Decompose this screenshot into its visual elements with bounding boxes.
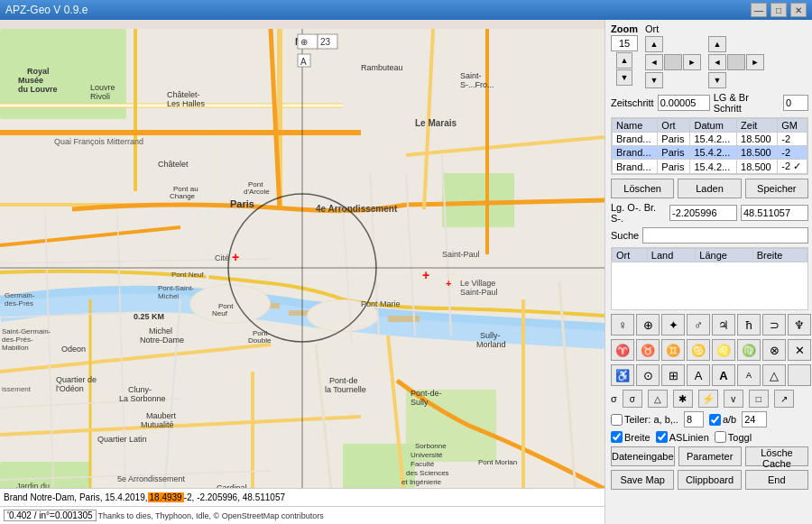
- zeitschritt-row: Zeitschritt LG & Br Schritt: [611, 92, 808, 114]
- clippboard-btn[interactable]: Clippboard: [678, 470, 741, 490]
- cell-datum: 15.4.2...: [690, 146, 737, 160]
- svg-text:Mutualité: Mutualité: [141, 420, 174, 429]
- search-label: Suche: [611, 230, 639, 241]
- svg-text:La Sorbonne: La Sorbonne: [119, 394, 166, 403]
- symbol-btn-a3[interactable]: A: [737, 364, 761, 386]
- symbol-btn-saturn[interactable]: ħ: [737, 314, 761, 336]
- symbol-btn-taurus[interactable]: ♉: [636, 339, 660, 361]
- toggl-checkbox[interactable]: [715, 431, 726, 443]
- map-area[interactable]: + + + Royal Musée du Louvre Louvre Rivol…: [0, 20, 604, 524]
- symbol-btn-gemini[interactable]: ♊: [661, 339, 685, 361]
- symbol-btn-odot[interactable]: ⊙: [636, 364, 660, 386]
- symbol-btn-virgo[interactable]: ♍: [737, 339, 761, 361]
- lng-input[interactable]: [669, 205, 737, 221]
- right-nav-left[interactable]: ◄: [708, 54, 726, 70]
- close-btn[interactable]: ✕: [790, 3, 807, 17]
- right-nav-up[interactable]: ▲: [708, 36, 726, 52]
- table-row[interactable]: Brand... Paris 15.4.2... 18.500 -2 ✓: [613, 160, 807, 174]
- loeschen-btn[interactable]: Löschen: [611, 179, 674, 198]
- nav-right-btn[interactable]: ►: [683, 54, 701, 70]
- v-btn[interactable]: v: [724, 390, 743, 408]
- right-nav-center[interactable]: [727, 54, 745, 70]
- svg-text:Paris: Paris: [230, 198, 254, 209]
- lat-input[interactable]: [741, 205, 808, 221]
- ab-checkbox[interactable]: [709, 414, 721, 426]
- zoom-down-btn[interactable]: ▼: [616, 69, 632, 86]
- res-col-ort: Ort: [613, 249, 648, 262]
- nav-left-btn[interactable]: ◄: [645, 54, 663, 70]
- zoom-input[interactable]: [611, 35, 638, 51]
- right-nav-down[interactable]: ▼: [708, 72, 726, 88]
- zeitschritt-input[interactable]: [658, 95, 710, 111]
- svg-text:l'Odéon: l'Odéon: [56, 384, 84, 393]
- cell-ort: Paris: [658, 160, 690, 174]
- aslinien-checkbox[interactable]: [656, 431, 668, 443]
- symbol-btn-jupiter[interactable]: ♃: [712, 314, 735, 336]
- minimize-btn[interactable]: —: [751, 3, 767, 17]
- symbol-grid-3: ♿ ⊙ ⊞ A A A △: [611, 364, 808, 386]
- main-container: + + + Royal Musée du Louvre Louvre Rivol…: [0, 20, 812, 524]
- sigma-btn[interactable]: σ: [623, 390, 642, 408]
- box2-btn[interactable]: □: [749, 390, 769, 408]
- symbol-btn-a2[interactable]: A: [712, 364, 735, 386]
- symbol-btn-supset[interactable]: ⊃: [762, 314, 786, 336]
- svg-text:des-Prés: des-Prés: [5, 299, 33, 308]
- symbol-btn-cross[interactable]: ✕: [788, 339, 811, 361]
- delta-btn[interactable]: △: [648, 390, 668, 408]
- symbol-btn-a1[interactable]: A: [687, 364, 710, 386]
- breite-checkbox[interactable]: [611, 431, 623, 443]
- cell-name: Brand...: [613, 133, 658, 146]
- action-btn-row: Löschen Laden Speicher: [611, 179, 808, 198]
- breite-label: Breite: [611, 431, 651, 443]
- symbol-btn-leo[interactable]: ♌: [712, 339, 735, 361]
- asterisk-btn[interactable]: ✱: [673, 390, 693, 408]
- laden-btn[interactable]: Laden: [678, 179, 741, 198]
- table-row[interactable]: Brand... Paris 15.4.2... 18.500 -2: [613, 133, 807, 146]
- toggl-label: Toggl: [715, 431, 752, 443]
- lightning-btn[interactable]: ⚡: [698, 390, 718, 408]
- symbol-btn-star[interactable]: ✦: [661, 314, 685, 336]
- svg-text:Saint-: Saint-: [460, 71, 482, 80]
- symbol-btn-access[interactable]: ♿: [611, 364, 634, 386]
- symbol-btn-cancer[interactable]: ♋: [687, 339, 710, 361]
- symbol-btn-empty[interactable]: [788, 364, 811, 386]
- symbol-btn-aries[interactable]: ♈: [611, 339, 634, 361]
- cell-gm: -2: [778, 146, 807, 160]
- col-gm: GM: [778, 119, 807, 133]
- symbol-btn-neptune[interactable]: ♆: [788, 314, 811, 336]
- nav-down-btn[interactable]: ▼: [645, 72, 663, 88]
- nav-up-btn[interactable]: ▲: [645, 36, 663, 52]
- svg-text:Louvre: Louvre: [90, 83, 115, 92]
- lg-br-schritt-input[interactable]: [783, 95, 808, 111]
- aslinien-text: ASLinien: [669, 432, 709, 443]
- svg-rect-2: [442, 173, 514, 227]
- parameter-btn[interactable]: Parameter: [678, 446, 742, 466]
- speicher-btn[interactable]: Speicher: [745, 179, 808, 198]
- symbol-btn-otimes[interactable]: ⊗: [762, 339, 786, 361]
- symbol-btn-venus[interactable]: ♀: [611, 314, 634, 336]
- ab-value[interactable]: [742, 411, 767, 427]
- end-btn[interactable]: End: [745, 470, 808, 490]
- symbol-btn-box[interactable]: ⊞: [661, 364, 685, 386]
- coord-rest: -2, -2.205996, 48.511057: [184, 492, 285, 502]
- svg-text:des-Prés-: des-Prés-: [2, 336, 33, 344]
- save-map-btn[interactable]: Save Map: [611, 470, 674, 490]
- window-controls: — □ ✕: [751, 3, 807, 17]
- arrow-btn[interactable]: ↗: [774, 390, 794, 408]
- col-name: Name: [613, 119, 658, 133]
- teiler-checkbox[interactable]: [611, 414, 623, 426]
- teiler-value[interactable]: [684, 411, 704, 427]
- nav-row-bot: ▼: [645, 72, 701, 88]
- dateneingabe-btn[interactable]: Dateneingabe: [611, 446, 675, 466]
- right-panel: Zoom ▲ ▼ Ort ▲ ◄ ► ▼: [604, 20, 812, 524]
- loesche-cache-btn[interactable]: Lösche Cache: [745, 446, 808, 466]
- search-input[interactable]: [642, 227, 808, 244]
- maximize-btn[interactable]: □: [770, 3, 787, 17]
- nav-center-btn[interactable]: [664, 54, 682, 70]
- zoom-up-btn[interactable]: ▲: [616, 52, 632, 69]
- symbol-btn-triangle[interactable]: △: [762, 364, 786, 386]
- right-nav-right[interactable]: ►: [746, 54, 764, 70]
- symbol-btn-circle-plus[interactable]: ⊕: [636, 314, 660, 336]
- table-row[interactable]: Brand... Paris 15.4.2... 18.500 -2: [613, 146, 807, 160]
- symbol-btn-mars[interactable]: ♂: [687, 314, 710, 336]
